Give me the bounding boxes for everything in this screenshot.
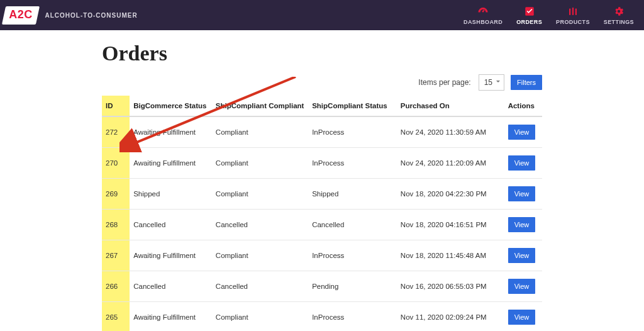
col-id: ID <box>102 96 130 116</box>
col-bc-status: BigCommerce Status <box>130 96 212 116</box>
cell-sc-status: InProcess <box>308 148 397 179</box>
nav-label: SETTINGS <box>604 19 634 25</box>
nav-orders[interactable]: ORDERS <box>516 6 542 25</box>
table-row: 270Awaiting FulfillmentCompliantInProces… <box>102 148 542 179</box>
cell-purchased: Nov 16, 2020 06:55:03 PM <box>397 271 504 302</box>
cell-sc-status: InProcess <box>308 240 397 271</box>
svg-rect-1 <box>569 8 570 15</box>
nav-dashboard[interactable]: DASHBOARD <box>464 6 502 25</box>
nav-label: PRODUCTS <box>556 19 590 25</box>
page-title: Orders <box>102 42 542 65</box>
nav-items: DASHBOARD ORDERS PRODUCTS SETTINGS <box>464 6 634 25</box>
table-row: 272Awaiting FulfillmentCompliantInProces… <box>102 116 542 148</box>
cell-purchased: Nov 18, 2020 04:16:51 PM <box>397 210 504 240</box>
items-per-page-select[interactable]: 15 <box>479 74 504 91</box>
items-per-page-value: 15 <box>484 78 492 87</box>
cell-bc-status: Cancelled <box>130 271 212 302</box>
table-row: 267Awaiting FulfillmentCompliantInProces… <box>102 240 542 271</box>
filters-button[interactable]: Filters <box>511 75 542 90</box>
cell-bc-status: Shipped <box>130 179 212 210</box>
cell-sc-compliant: Compliant <box>212 240 308 271</box>
view-button[interactable]: View <box>508 217 536 232</box>
nav-settings[interactable]: SETTINGS <box>604 6 634 25</box>
cell-sc-status: Cancelled <box>308 210 397 240</box>
col-sc-status: ShipCompliant Status <box>308 96 397 116</box>
gear-icon <box>613 6 625 17</box>
cell-purchased: Nov 18, 2020 11:45:48 AM <box>397 240 504 271</box>
cell-sc-compliant: Compliant <box>212 302 308 332</box>
cell-sc-compliant: Cancelled <box>212 271 308 302</box>
view-button[interactable]: View <box>508 186 536 201</box>
cell-sc-status: InProcess <box>308 116 397 148</box>
col-sc-compliant: ShipCompliant Compliant <box>212 96 308 116</box>
cell-bc-status: Awaiting Fulfillment <box>130 240 212 271</box>
cell-id: 269 <box>102 179 130 210</box>
orders-table: ID BigCommerce Status ShipCompliant Comp… <box>102 96 542 331</box>
cell-bc-status: Awaiting Fulfillment <box>130 148 212 179</box>
cell-sc-compliant: Compliant <box>212 116 308 148</box>
view-button[interactable]: View <box>508 125 536 140</box>
cell-bc-status: Awaiting Fulfillment <box>130 116 212 148</box>
gauge-icon <box>477 6 489 17</box>
cell-id: 270 <box>102 148 130 179</box>
table-header-row: ID BigCommerce Status ShipCompliant Comp… <box>102 96 542 116</box>
view-button[interactable]: View <box>508 310 536 325</box>
cell-id: 265 <box>102 302 130 332</box>
nav-label: DASHBOARD <box>464 19 502 25</box>
cell-actions: View <box>504 210 542 240</box>
svg-rect-2 <box>572 8 574 15</box>
nav-label: ORDERS <box>516 19 542 25</box>
table-row: 265Awaiting FulfillmentCompliantInProces… <box>102 302 542 332</box>
cell-purchased: Nov 24, 2020 11:30:59 AM <box>397 116 504 148</box>
cell-sc-status: InProcess <box>308 302 397 332</box>
cell-actions: View <box>504 271 542 302</box>
bottles-icon <box>567 6 579 17</box>
cell-sc-compliant: Cancelled <box>212 210 308 240</box>
cell-actions: View <box>504 116 542 148</box>
col-actions: Actions <box>504 96 542 116</box>
cell-id: 267 <box>102 240 130 271</box>
cell-bc-status: Cancelled <box>130 210 212 240</box>
cell-actions: View <box>504 148 542 179</box>
cell-bc-status: Awaiting Fulfillment <box>130 302 212 332</box>
view-button[interactable]: View <box>508 279 536 294</box>
items-per-page-label: Items per page: <box>418 78 470 87</box>
brand-logo[interactable]: A2C <box>2 6 40 25</box>
svg-rect-3 <box>575 8 577 15</box>
table-row: 268CancelledCancelledCancelledNov 18, 20… <box>102 210 542 240</box>
cell-actions: View <box>504 179 542 210</box>
cell-actions: View <box>504 240 542 271</box>
view-button[interactable]: View <box>508 155 536 171</box>
cell-id: 272 <box>102 116 130 148</box>
cell-id: 268 <box>102 210 130 240</box>
table-row: 269ShippedCompliantShippedNov 18, 2020 0… <box>102 179 542 210</box>
cell-purchased: Nov 11, 2020 02:09:24 PM <box>397 302 504 332</box>
cell-sc-compliant: Compliant <box>212 148 308 179</box>
col-purchased: Purchased On <box>397 96 504 116</box>
cell-sc-status: Shipped <box>308 179 397 210</box>
view-button[interactable]: View <box>508 248 536 263</box>
table-row: 266CancelledCancelledPendingNov 16, 2020… <box>102 271 542 302</box>
brand-subtitle: ALCOHOL-TO-CONSUMER <box>45 12 138 19</box>
checkbox-icon <box>524 6 535 17</box>
cell-id: 266 <box>102 271 130 302</box>
cell-actions: View <box>504 302 542 332</box>
cell-purchased: Nov 24, 2020 11:20:09 AM <box>397 148 504 179</box>
page-body: Orders Items per page: 15 Filters ID Big… <box>0 30 644 331</box>
top-navbar: A2C ALCOHOL-TO-CONSUMER DASHBOARD ORDERS… <box>0 0 644 30</box>
nav-products[interactable]: PRODUCTS <box>556 6 590 25</box>
cell-purchased: Nov 18, 2020 04:22:30 PM <box>397 179 504 210</box>
cell-sc-compliant: Compliant <box>212 179 308 210</box>
list-toolbar: Items per page: 15 Filters <box>102 74 542 91</box>
cell-sc-status: Pending <box>308 271 397 302</box>
